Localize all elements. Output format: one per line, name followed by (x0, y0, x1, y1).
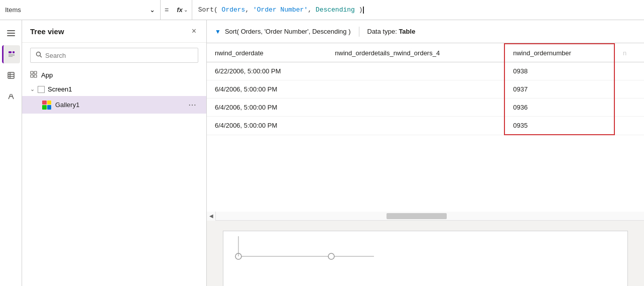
svg-rect-6 (9, 55, 15, 56)
scroll-left-arrow[interactable]: ◀ (207, 212, 216, 221)
toolbar-divider (359, 27, 359, 37)
cell-orderdate-0: 6/22/2006, 5:00:00 PM (207, 62, 327, 80)
cell-ordernumber-3: 0935 (504, 117, 614, 135)
datatype-value: Table (399, 28, 415, 35)
fx-icon: fx (177, 6, 183, 14)
cell-extra-2 (614, 99, 644, 117)
screen-icon (38, 86, 45, 93)
svg-point-15 (37, 52, 41, 56)
cell-orderdate-1: 6/4/2006, 5:00:00 PM (207, 80, 327, 99)
formula-part-orders: Orders (218, 6, 245, 14)
search-box[interactable] (30, 48, 198, 63)
gallery-icon (42, 101, 51, 110)
svg-rect-20 (34, 75, 37, 77)
fx-chevron-icon: ⌄ (184, 7, 188, 13)
table-row: 6/4/2006, 5:00:00 PM 0936 (207, 99, 644, 117)
formula-part-comma1: , (245, 6, 249, 14)
cell-orderdetails-3 (327, 117, 504, 135)
cell-extra-1 (614, 80, 644, 99)
icon-rail (0, 20, 22, 286)
equals-sign: = (161, 6, 173, 14)
svg-rect-8 (8, 72, 14, 78)
formula-part-close: ) (355, 6, 363, 14)
gallery-label: Gallery1 (55, 101, 182, 109)
table-body: 6/22/2006, 5:00:00 PM 0938 6/4/2006, 5:0… (207, 62, 644, 135)
col-header-orderdetails: nwind_orderdetails_nwind_orders_4 (327, 44, 504, 62)
canvas-area[interactable] (223, 231, 628, 286)
cell-orderdate-2: 6/4/2006, 5:00:00 PM (207, 99, 327, 117)
search-icon (36, 51, 42, 59)
svg-rect-1 (7, 33, 15, 34)
cell-orderdetails-1 (327, 80, 504, 99)
app-grid-icon (30, 71, 37, 79)
tree-item-screen1[interactable]: ⌄ Screen1 (22, 82, 206, 96)
formula-display-toolbar: Sort( Orders, 'Order Number', Descending… (225, 28, 351, 35)
formula-display[interactable]: Sort( Orders , 'Order Number' , Descendi… (192, 6, 644, 14)
cell-extra-3 (614, 117, 644, 135)
cell-ordernumber-2: 0936 (504, 99, 614, 117)
svg-line-16 (40, 56, 42, 58)
tree-title: Tree view (30, 27, 64, 36)
rail-treeview-icon[interactable] (2, 45, 20, 63)
rail-vars-icon[interactable] (2, 87, 20, 106)
svg-rect-2 (7, 35, 15, 36)
data-area: ▼ Sort( Orders, 'Order Number', Descendi… (207, 20, 644, 286)
chevron-down-icon: ⌄ (30, 86, 35, 92)
formula-part-ordernum: 'Order Number' (249, 6, 308, 14)
table-header-row: nwind_orderdate nwind_orderdetails_nwind… (207, 44, 644, 62)
rail-data-icon[interactable] (2, 66, 20, 84)
svg-rect-7 (9, 56, 13, 57)
formula-part-sort: Sort( (198, 6, 218, 14)
main-content: Tree view × App (0, 20, 644, 286)
cell-orderdate-3: 6/4/2006, 5:00:00 PM (207, 117, 327, 135)
rail-menu-icon[interactable] (2, 24, 20, 42)
table-row: 6/4/2006, 5:00:00 PM 0935 (207, 117, 644, 135)
cell-ordernumber-1: 0937 (504, 80, 614, 99)
datatype-label: Data type: Table (367, 28, 416, 35)
formula-part-comma2: , (308, 6, 312, 14)
formula-bar: Items ⌄ = fx ⌄ Sort( Orders , 'Order Num… (0, 0, 644, 20)
col-header-orderdate: nwind_orderdate (207, 44, 327, 62)
svg-rect-19 (31, 75, 33, 77)
tree-panel: Tree view × App (22, 20, 207, 286)
formula-part-descending: Descending (312, 6, 355, 14)
svg-rect-3 (9, 51, 12, 53)
cell-orderdetails-2 (327, 99, 504, 117)
tree-item-app[interactable]: App (22, 68, 206, 82)
table-container: nwind_orderdate nwind_orderdetails_nwind… (207, 43, 644, 212)
svg-rect-5 (9, 54, 15, 55)
col-header-ordernumber: nwind_ordernumber (504, 44, 614, 62)
horizontal-scrollbar[interactable]: ◀ (207, 212, 644, 221)
screen-label: Screen1 (48, 85, 72, 93)
formula-cursor (363, 7, 364, 14)
close-button[interactable]: × (190, 26, 198, 36)
col-header-extra: n (614, 44, 644, 62)
svg-rect-4 (13, 51, 15, 53)
items-dropdown-label: Items (5, 6, 21, 14)
svg-rect-0 (7, 30, 15, 31)
svg-rect-18 (34, 71, 37, 74)
search-input[interactable] (45, 52, 193, 59)
cell-orderdetails-0 (327, 62, 504, 80)
cell-ordernumber-0: 0938 (504, 62, 614, 80)
svg-point-23 (328, 253, 334, 259)
tree-header: Tree view × (22, 20, 206, 43)
data-table: nwind_orderdate nwind_orderdetails_nwind… (207, 43, 644, 135)
datatype-prefix: Data type: (367, 28, 397, 35)
canvas-connector-svg (223, 231, 374, 286)
app-label: App (41, 71, 53, 79)
chevron-down-icon: ⌄ (150, 6, 155, 14)
items-dropdown[interactable]: Items ⌄ (0, 0, 161, 20)
tree-item-gallery1[interactable]: Gallery1 ⋯ (22, 96, 206, 114)
more-options-button[interactable]: ⋯ (186, 99, 198, 111)
table-row: 6/22/2006, 5:00:00 PM 0938 (207, 62, 644, 80)
fx-button[interactable]: fx ⌄ (173, 0, 192, 20)
table-row: 6/4/2006, 5:00:00 PM 0937 (207, 80, 644, 99)
collapse-arrow-icon[interactable]: ▼ (215, 28, 221, 35)
data-toolbar: ▼ Sort( Orders, 'Order Number', Descendi… (207, 20, 644, 43)
cell-extra-0 (614, 62, 644, 80)
scroll-track[interactable] (216, 212, 644, 220)
svg-rect-17 (31, 71, 33, 74)
scroll-thumb[interactable] (387, 213, 447, 219)
